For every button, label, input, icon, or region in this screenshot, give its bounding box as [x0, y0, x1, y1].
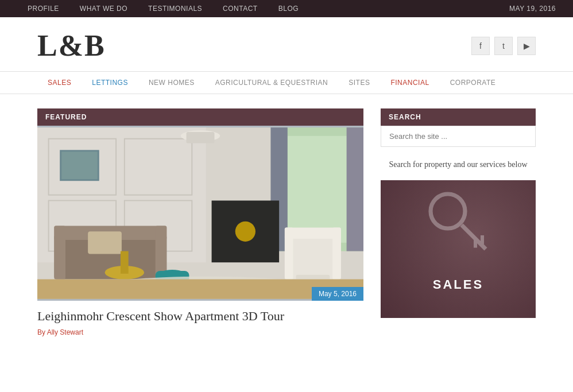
author-name[interactable]: Ally Stewart: [47, 328, 83, 336]
nav-financial[interactable]: FINANCIAL: [380, 72, 439, 94]
svg-rect-22: [332, 227, 341, 279]
site-header: L&B f t ▶: [0, 17, 573, 71]
property-type-nav: SALES LETTINGS NEW HOMES AGRICULTURAL & …: [37, 72, 536, 94]
nav-blog[interactable]: BLOG: [268, 0, 309, 17]
svg-rect-7: [288, 136, 355, 243]
search-description: Search for property and our services bel…: [381, 158, 536, 171]
main-content-area: FEATURED: [0, 94, 573, 351]
author-label: By: [37, 328, 45, 336]
search-section-header: SEARCH: [381, 108, 536, 126]
nav-testimonials[interactable]: TESTIMONIALS: [138, 0, 212, 17]
social-icons-group: f t ▶: [471, 37, 536, 55]
twitter-icon[interactable]: t: [494, 37, 513, 55]
svg-rect-16: [54, 226, 65, 280]
featured-section-header: FEATURED: [37, 108, 363, 126]
article-title[interactable]: Leighinmohr Crescent Show Apartment 3D T…: [37, 309, 363, 324]
right-sidebar: SEARCH Search for property and our servi…: [381, 108, 536, 336]
svg-point-32: [431, 194, 465, 228]
nav-contact[interactable]: CONTACT: [212, 0, 268, 17]
top-navigation-bar: PROFILE WHAT WE DO TESTIMONIALS CONTACT …: [0, 0, 573, 17]
featured-image: [37, 126, 363, 301]
secondary-navigation: SALES LETTINGS NEW HOMES AGRICULTURAL & …: [0, 71, 573, 94]
current-date: MAY 19, 2016: [509, 5, 556, 13]
nav-new-homes[interactable]: NEW HOMES: [138, 72, 205, 94]
youtube-icon[interactable]: ▶: [517, 37, 536, 55]
site-logo[interactable]: L&B: [37, 29, 106, 63]
nav-sites[interactable]: SITES: [338, 72, 380, 94]
search-box-wrapper: [381, 126, 536, 147]
nav-corporate[interactable]: CORPORATE: [440, 72, 506, 94]
top-nav-links: PROFILE WHAT WE DO TESTIMONIALS CONTACT …: [17, 0, 309, 17]
svg-rect-21: [285, 227, 293, 279]
article-date-badge: May 5, 2016: [312, 287, 363, 301]
nav-lettings[interactable]: LETTINGS: [82, 72, 138, 94]
sales-card-label: SALES: [433, 277, 483, 318]
svg-point-13: [235, 222, 255, 242]
svg-rect-25: [121, 251, 129, 274]
sales-card[interactable]: SALES: [381, 180, 536, 318]
nav-profile[interactable]: PROFILE: [17, 0, 69, 17]
room-illustration: [37, 126, 363, 301]
left-column: FEATURED: [37, 108, 363, 336]
svg-rect-18: [88, 231, 122, 254]
svg-rect-9: [347, 127, 363, 251]
facebook-icon[interactable]: f: [471, 37, 490, 55]
nav-what-we-do[interactable]: WHAT WE DO: [69, 0, 138, 17]
search-input[interactable]: [381, 126, 536, 147]
article-author: By Ally Stewart: [37, 328, 363, 336]
nav-sales[interactable]: SALES: [37, 72, 82, 94]
svg-rect-31: [61, 152, 98, 179]
key-icon: [424, 187, 493, 256]
featured-image-wrapper[interactable]: May 5, 2016: [37, 126, 363, 301]
svg-rect-11: [187, 132, 215, 143]
nav-agricultural[interactable]: AGRICULTURAL & EQUESTRIAN: [205, 72, 339, 94]
